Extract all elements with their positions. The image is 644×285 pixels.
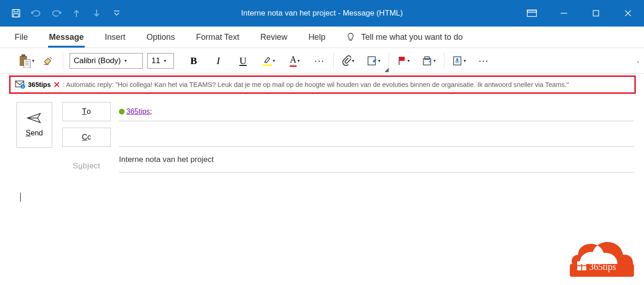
previous-item-button[interactable]: [70, 7, 82, 19]
font-name-value: Calibri (Body): [74, 56, 121, 65]
collapse-ribbon-button[interactable]: ⌄: [636, 58, 640, 64]
ribbon-display-options-button[interactable]: [516, 0, 548, 27]
italic-button[interactable]: I: [211, 54, 225, 68]
close-button[interactable]: [612, 0, 644, 27]
compose-header: Send To Cc Subject 365tips; Interne nota…: [0, 94, 644, 179]
watermark-logo: 365tips: [570, 241, 634, 277]
chevron-down-icon: ▾: [407, 58, 410, 63]
cc-button[interactable]: Cc: [62, 128, 111, 147]
font-color-button[interactable]: A ▾: [288, 54, 302, 68]
svg-rect-32: [582, 261, 586, 265]
tab-file[interactable]: File: [14, 30, 29, 45]
window-controls: [516, 0, 644, 27]
svg-rect-7: [593, 11, 599, 16]
chevron-down-icon: ▾: [378, 58, 380, 63]
mailtip-sender: 365tips: [28, 81, 51, 88]
chevron-down-icon: ▾: [124, 58, 127, 63]
ribbon-tabs: File Message Insert Options Format Text …: [0, 27, 644, 48]
svg-rect-21: [425, 57, 429, 59]
underline-button[interactable]: U: [236, 54, 250, 68]
font-size-select[interactable]: 11 ▾: [147, 53, 174, 69]
tell-me-search[interactable]: Tell me what you want to do: [346, 32, 463, 42]
tab-format-text[interactable]: Format Text: [195, 30, 240, 45]
svg-rect-13: [24, 59, 30, 68]
chevron-down-icon: ▾: [464, 58, 466, 63]
follow-up-button[interactable]: ▾: [395, 54, 411, 68]
highlight-button[interactable]: ▾: [261, 54, 277, 68]
to-button[interactable]: To: [62, 102, 111, 121]
window-title: Interne nota van het project - Message (…: [241, 9, 403, 18]
cc-field[interactable]: [119, 128, 634, 147]
lightbulb-icon: [346, 32, 356, 42]
svg-rect-18: [399, 57, 405, 61]
customize-qat-button[interactable]: [111, 7, 123, 19]
bold-button[interactable]: B: [187, 54, 200, 68]
dictate-button[interactable]: ▾: [451, 54, 468, 68]
svg-rect-23: [456, 58, 458, 62]
tab-help[interactable]: Help: [308, 30, 326, 45]
to-field[interactable]: 365tips;: [119, 102, 634, 121]
text-cursor: [20, 193, 21, 202]
tell-me-label: Tell me what you want to do: [361, 32, 463, 42]
tab-options[interactable]: Options: [146, 30, 176, 45]
chevron-down-icon: ▾: [164, 58, 166, 63]
attach-file-button[interactable]: ▾: [340, 54, 356, 68]
ribbon-toolbar: ▾ Calibri (Body) ▾ 11 ▾ B I U ▾ A ▾ ···: [0, 48, 644, 74]
quick-access-toolbar: [0, 7, 123, 19]
maximize-button[interactable]: [580, 0, 612, 27]
svg-text:365tips: 365tips: [589, 262, 616, 272]
redo-button[interactable]: [50, 7, 62, 19]
flag-icon: [397, 56, 406, 66]
close-icon[interactable]: [54, 81, 60, 88]
presence-available-icon: [119, 109, 124, 114]
font-name-select[interactable]: Calibri (Body) ▾: [70, 53, 143, 69]
svg-rect-34: [582, 266, 586, 270]
subject-field[interactable]: Interne nota van het project: [119, 147, 634, 172]
svg-rect-1: [14, 10, 18, 12]
signature-button[interactable]: ▾: [365, 54, 382, 68]
chevron-down-icon: ▾: [273, 58, 275, 63]
chevron-down-icon: ▾: [433, 58, 436, 63]
svg-rect-5: [527, 10, 536, 12]
undo-button[interactable]: [30, 7, 42, 19]
chevron-down-icon: ▾: [352, 58, 354, 63]
paperclip-icon: [342, 55, 351, 66]
subject-value: Interne nota van het project: [119, 155, 214, 164]
group-popout-button[interactable]: ◢: [384, 66, 389, 73]
svg-rect-2: [14, 14, 19, 17]
message-body[interactable]: [0, 179, 644, 217]
mailtip-text: : Automatic reply: "Hoi collega! Kan het…: [63, 81, 569, 88]
tab-message[interactable]: Message: [48, 30, 85, 45]
send-button[interactable]: Send: [16, 102, 52, 148]
more-formatting-button[interactable]: ···: [313, 54, 327, 68]
svg-text:i: i: [22, 85, 23, 89]
send-label: end: [31, 129, 43, 137]
paste-button[interactable]: ▾: [16, 54, 36, 68]
mailtips-bar: i 365tips : Automatic reply: "Hoi colleg…: [9, 75, 636, 94]
mailtip-icon: i: [15, 81, 25, 89]
more-commands-button[interactable]: ···: [477, 54, 491, 68]
assign-policy-button[interactable]: ▾: [421, 54, 438, 68]
svg-rect-12: [22, 54, 25, 57]
save-button[interactable]: [10, 7, 22, 19]
next-item-button[interactable]: [91, 7, 103, 19]
font-size-value: 11: [152, 56, 160, 65]
minimize-button[interactable]: [548, 0, 580, 27]
svg-rect-33: [577, 266, 581, 270]
svg-rect-31: [577, 261, 581, 265]
chevron-down-icon: ▾: [298, 58, 300, 63]
to-recipient[interactable]: 365tips: [126, 108, 150, 116]
title-bar: Interne nota van het project - Message (…: [0, 0, 644, 27]
format-painter-button[interactable]: [41, 54, 56, 68]
send-icon: [27, 113, 42, 124]
tab-insert[interactable]: Insert: [104, 30, 126, 45]
chevron-down-icon: ▾: [32, 58, 34, 63]
tab-review[interactable]: Review: [260, 30, 288, 45]
